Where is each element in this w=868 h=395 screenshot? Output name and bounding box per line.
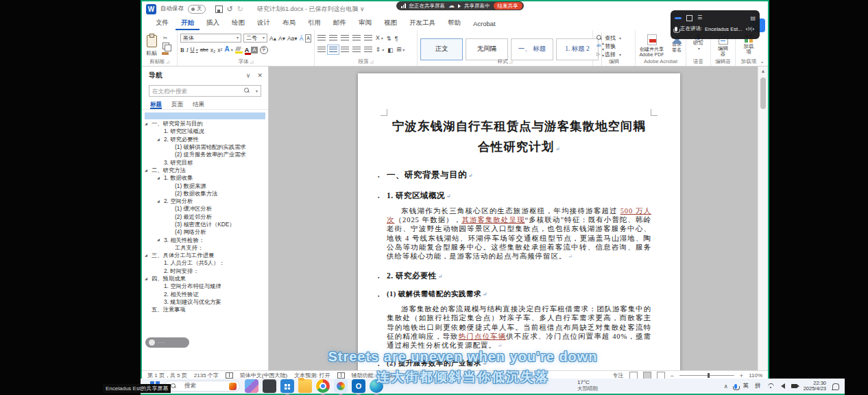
notification-bell-icon[interactable] bbox=[832, 383, 839, 390]
underline-button[interactable]: U▾ bbox=[191, 46, 198, 53]
collapse-triangle-icon[interactable]: ◢ bbox=[145, 276, 147, 280]
nav-heading-item[interactable]: (2) 数据收集方法 bbox=[142, 190, 268, 198]
nav-tab-结果[interactable]: 结果 bbox=[193, 101, 204, 109]
style-item[interactable]: 1. 标题 2 bbox=[556, 38, 599, 60]
collapse-triangle-icon[interactable]: ◢ bbox=[157, 137, 160, 141]
volume-icon[interactable] bbox=[781, 383, 785, 389]
save-icon[interactable] bbox=[215, 5, 223, 13]
cloud-icon[interactable]: ☁ bbox=[448, 3, 455, 9]
grow-font-button[interactable]: A▴ bbox=[269, 35, 276, 42]
justify-button[interactable] bbox=[352, 47, 361, 53]
nav-heading-item[interactable]: (3) 核密度估计（KDE） bbox=[142, 221, 268, 228]
align-right-button[interactable] bbox=[341, 47, 349, 53]
ribbon-tab-Acrobat[interactable]: Acrobat bbox=[468, 18, 501, 30]
collapse-triangle-icon[interactable]: ◢ bbox=[157, 199, 160, 203]
outline-marker-icon[interactable]: • bbox=[378, 174, 380, 180]
nav-close-icon[interactable]: ✕ bbox=[257, 72, 263, 79]
align-center-button[interactable] bbox=[329, 47, 337, 53]
ribbon-tab-引用[interactable]: 引用 bbox=[302, 16, 326, 30]
multilevel-list-button[interactable] bbox=[341, 35, 349, 41]
asian-layout-button[interactable]: X▾ bbox=[376, 34, 383, 42]
copy-icon[interactable] bbox=[162, 43, 169, 49]
ribbon-tab-插入[interactable]: 插入 bbox=[201, 16, 225, 30]
document-page[interactable]: 宁波东钱湖自行车租赁点与游客集散地空间耦合性研究计划↵•一、研究背景与目的↵•1… bbox=[358, 73, 680, 370]
nav-heading-item[interactable]: 1. 研究区域概况 bbox=[142, 128, 268, 135]
enclose-characters-button[interactable]: 字 bbox=[260, 46, 268, 54]
dialog-launcher-icon[interactable]: ◿ bbox=[250, 60, 254, 64]
format-painter-icon[interactable] bbox=[162, 52, 169, 55]
font-name-select[interactable]: 黑体▾ bbox=[180, 34, 241, 43]
nav-tab-页面[interactable]: 页面 bbox=[171, 101, 183, 109]
collapse-triangle-icon[interactable]: ◢ bbox=[145, 168, 147, 172]
nav-chevron-down-icon[interactable]: ∨ bbox=[246, 72, 251, 79]
shrink-font-button[interactable]: A▾ bbox=[278, 35, 285, 42]
collapse-ribbon-icon[interactable]: ⌄ bbox=[760, 58, 764, 64]
sidebar-icon[interactable]: ▤ bbox=[750, 15, 756, 21]
line-spacing-button[interactable]: ⇕▾ bbox=[376, 46, 384, 53]
nav-heading-item[interactable]: ◢二、研究方法 bbox=[142, 167, 268, 174]
camera-icon[interactable] bbox=[791, 384, 797, 388]
shading-button[interactable]: ◧ bbox=[387, 47, 393, 53]
collapse-triangle-icon[interactable]: ◢ bbox=[157, 237, 160, 241]
nav-heading-item[interactable]: 2. 时间安排： bbox=[142, 267, 268, 275]
zoom-level[interactable]: 110% bbox=[749, 372, 762, 379]
align-left-button[interactable] bbox=[317, 47, 326, 53]
superscript-button[interactable]: x² bbox=[217, 47, 222, 53]
nav-heading-item[interactable]: ◢1. 数据收集 bbox=[142, 174, 268, 182]
collapse-triangle-icon[interactable]: ◢ bbox=[145, 253, 147, 257]
tray-microphone-icon[interactable] bbox=[734, 384, 737, 389]
borders-button[interactable]: ⊞▾ bbox=[396, 46, 405, 53]
caption-chip[interactable]: ··· bbox=[145, 337, 189, 348]
highlight-color-button[interactable] bbox=[235, 47, 243, 53]
nav-heading-item[interactable]: ◢四、预期成果 bbox=[142, 275, 268, 283]
taskbar-clock[interactable]: 22:30 2025/4/23 bbox=[804, 381, 826, 392]
nav-heading-item[interactable]: (1) 数据来源 bbox=[142, 182, 268, 189]
dialog-launcher-icon[interactable]: ◿ bbox=[166, 60, 169, 64]
autosave-toggle[interactable]: 关 bbox=[188, 5, 206, 14]
font-color-button[interactable]: A bbox=[245, 47, 250, 53]
dialog-launcher-icon[interactable]: ◿ bbox=[509, 60, 513, 64]
show-marks-button[interactable]: ¶ bbox=[395, 35, 398, 42]
redo-icon[interactable]: ↻ bbox=[237, 5, 243, 13]
ribbon-tab-文件[interactable]: 文件 bbox=[150, 16, 174, 30]
outline-marker-icon[interactable]: • bbox=[378, 294, 380, 299]
bold-button[interactable]: B bbox=[180, 47, 184, 53]
scroll-up-icon[interactable]: ▲ bbox=[758, 67, 768, 73]
ribbon-tab-帮助[interactable]: 帮助 bbox=[442, 16, 466, 30]
nav-heading-item[interactable]: 1. 空间分布特征与规律 bbox=[142, 283, 268, 290]
increase-indent-button[interactable] bbox=[364, 35, 372, 41]
dialog-launcher-icon[interactable]: ◿ bbox=[370, 60, 374, 64]
window-icon[interactable] bbox=[686, 15, 692, 21]
ribbon-tab-开发工具[interactable]: 开发工具 bbox=[404, 16, 441, 30]
nav-heading-item[interactable]: ◢2. 空间分析 bbox=[142, 198, 268, 205]
stop-sharing-button[interactable]: 结束共享 bbox=[494, 2, 522, 10]
nav-heading-item[interactable]: ◢三、具体分工与工作进展 bbox=[142, 252, 268, 259]
nav-heading-item[interactable]: (1) 缓冲区分析 bbox=[142, 205, 268, 213]
speaker-icon[interactable] bbox=[458, 4, 461, 8]
nav-tab-标题[interactable]: 标题 bbox=[150, 101, 162, 109]
nav-heading-item[interactable]: (1) 破解供需错配的实践需求 bbox=[142, 143, 268, 151]
nav-heading-item[interactable]: 3. 研究目标 bbox=[142, 158, 268, 166]
document-canvas[interactable]: 宁波东钱湖自行车租赁点与游客集散地空间耦合性研究计划↵•一、研究背景与目的↵•1… bbox=[269, 67, 760, 370]
tray-overflow-icon[interactable]: ∧ bbox=[724, 383, 728, 390]
ribbon-tab-开始[interactable]: 开始 bbox=[176, 16, 200, 30]
italic-button[interactable]: I bbox=[186, 47, 189, 53]
nav-search-box[interactable]: ▾ bbox=[149, 85, 261, 97]
collapse-triangle-icon[interactable]: ◢ bbox=[145, 121, 147, 125]
zoom-in-button[interactable]: + bbox=[740, 372, 743, 379]
bullets-button[interactable] bbox=[317, 35, 326, 41]
sort-button[interactable]: ⇅ bbox=[387, 35, 391, 42]
nav-heading-item[interactable]: 3. 规划建议与优化方案 bbox=[142, 298, 268, 306]
nav-heading-item[interactable]: (2) 最近邻分析 bbox=[142, 213, 268, 221]
font-size-select[interactable]: 二号▾ bbox=[243, 34, 267, 43]
cut-icon[interactable]: ✂ bbox=[161, 35, 169, 41]
nav-heading-item[interactable]: (4) 网络分析 bbox=[142, 228, 268, 236]
strikethrough-button[interactable]: abc bbox=[200, 47, 208, 53]
character-shading-button[interactable]: A bbox=[251, 47, 257, 53]
nav-heading-item[interactable]: (2) 提升服务效率的产业需求 bbox=[142, 151, 268, 158]
change-case-button[interactable]: Aa▾ bbox=[287, 35, 298, 42]
minimize-icon[interactable] bbox=[675, 17, 682, 19]
collapse-triangle-icon[interactable]: ◢ bbox=[157, 176, 160, 180]
editing-find-button[interactable]: 查找▾ bbox=[593, 34, 635, 42]
style-item[interactable]: 一、 标题 bbox=[511, 38, 553, 60]
